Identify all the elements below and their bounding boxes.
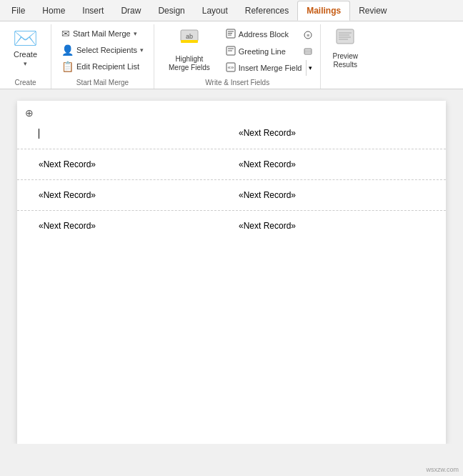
ribbon: File Home Insert Draw Design Layout Refe… bbox=[0, 0, 463, 89]
group-preview-results: PreviewResults bbox=[321, 24, 369, 89]
preview-results-button[interactable]: PreviewResults bbox=[327, 24, 364, 71]
merge-field-2-right: «Next Record» bbox=[239, 159, 296, 170]
merge-field-4-left: «Next Record» bbox=[39, 220, 96, 232]
select-recipients-icon: 👤 bbox=[61, 44, 74, 56]
merge-field-2-left: «Next Record» bbox=[39, 159, 96, 170]
select-recipients-label: Select Recipients bbox=[76, 46, 137, 54]
insert-merge-field-wrapper: «» Insert Merge Field ▾ bbox=[221, 60, 315, 76]
start-mail-merge-chevron-icon: ▾ bbox=[134, 30, 137, 37]
group-write-insert-fields-label: Write & Insert Fields bbox=[154, 79, 320, 86]
svg-text:≡: ≡ bbox=[307, 33, 309, 38]
greeting-line-icon bbox=[226, 46, 236, 58]
section-3-right: «Next Record» bbox=[231, 190, 424, 200]
address-block-icon bbox=[226, 29, 236, 41]
create-chevron-icon: ▾ bbox=[24, 60, 27, 67]
svg-rect-17 bbox=[337, 29, 354, 44]
tab-file[interactable]: File bbox=[3, 1, 34, 21]
doc-section-3: «Next Record» «Next Record» bbox=[17, 179, 446, 210]
tab-layout[interactable]: Layout bbox=[194, 1, 237, 21]
merge-field-3-right: «Next Record» bbox=[239, 189, 296, 201]
insert-merge-field-dropdown[interactable]: ▾ bbox=[306, 60, 314, 76]
greeting-line-label: Greeting Line bbox=[239, 47, 286, 56]
extra-icon-2-button[interactable] bbox=[302, 44, 314, 59]
doc-section-1: «Next Record» bbox=[17, 115, 446, 149]
highlight-label: HighlightMerge Fields bbox=[169, 55, 210, 72]
select-recipients-chevron-icon: ▾ bbox=[140, 46, 144, 54]
text-cursor bbox=[39, 129, 39, 139]
doc-section-4: «Next Record» «Next Record» bbox=[17, 210, 446, 241]
section-4-left: «Next Record» bbox=[39, 221, 231, 231]
select-recipients-button[interactable]: 👤 Select Recipients ▾ bbox=[57, 42, 148, 58]
start-mail-merge-button[interactable]: ✉ Start Mail Merge ▾ bbox=[57, 26, 148, 41]
create-label: Create bbox=[14, 50, 37, 59]
edit-recipient-list-label: Edit Recipient List bbox=[76, 62, 139, 71]
field-shading-icon bbox=[304, 47, 312, 56]
start-mail-merge-icon: ✉ bbox=[61, 28, 70, 39]
tab-home[interactable]: Home bbox=[34, 1, 74, 21]
section-2-right: «Next Record» bbox=[231, 159, 424, 169]
edit-recipient-list-button[interactable]: 📋 Edit Recipient List bbox=[57, 59, 148, 74]
insert-merge-field-icon: «» bbox=[226, 62, 236, 74]
greeting-line-button[interactable]: Greeting Line bbox=[221, 44, 301, 59]
svg-text:ab: ab bbox=[186, 33, 193, 40]
svg-text:«»: «» bbox=[227, 64, 234, 71]
address-block-label: Address Block bbox=[239, 30, 289, 39]
start-mail-merge-column: ✉ Start Mail Merge ▾ 👤 Select Recipients… bbox=[57, 24, 148, 74]
create-envelope-icon: ✉️ bbox=[13, 29, 38, 49]
group-start-mail-merge-label: Start Mail Merge bbox=[51, 79, 154, 86]
write-insert-fields-column: Address Block ≡ bbox=[221, 24, 315, 76]
document-area: ⊕ «Next Record» «Next Record» «Next Reco… bbox=[0, 89, 463, 444]
tab-review[interactable]: Review bbox=[350, 1, 395, 21]
page-content: «Next Record» «Next Record» «Next Record… bbox=[17, 101, 446, 444]
tab-references[interactable]: References bbox=[237, 1, 297, 21]
section-4-right: «Next Record» bbox=[231, 221, 424, 231]
section-2-left: «Next Record» bbox=[39, 159, 231, 169]
merge-field-1: «Next Record» bbox=[239, 127, 296, 139]
tab-bar: File Home Insert Draw Design Layout Refe… bbox=[0, 0, 463, 21]
insert-merge-field-button[interactable]: «» Insert Merge Field bbox=[221, 60, 307, 76]
section-3-left: «Next Record» bbox=[39, 190, 231, 200]
highlight-svg-icon: ab bbox=[178, 24, 201, 47]
merge-field-4-right: «Next Record» bbox=[239, 220, 296, 232]
group-create-label: Create bbox=[0, 79, 51, 86]
group-create: ✉️ Create ▾ Create bbox=[0, 24, 51, 89]
highlight-merge-fields-button[interactable]: ab HighlightMerge Fields bbox=[160, 24, 219, 71]
ribbon-content: ✉️ Create ▾ Create ✉ Start Mail Merge ▾ … bbox=[0, 21, 463, 89]
tab-mailings[interactable]: Mailings bbox=[297, 1, 350, 21]
watermark: wsxzw.com bbox=[426, 466, 459, 473]
move-handle[interactable]: ⊕ bbox=[23, 106, 36, 119]
merge-field-3-left: «Next Record» bbox=[39, 189, 96, 201]
doc-section-2: «Next Record» «Next Record» bbox=[17, 149, 446, 179]
highlight-icon: ab bbox=[178, 24, 201, 52]
tab-design[interactable]: Design bbox=[149, 1, 193, 21]
address-block-button[interactable]: Address Block bbox=[221, 26, 301, 42]
svg-rect-2 bbox=[181, 40, 198, 43]
section-1-left bbox=[39, 128, 231, 139]
tab-insert[interactable]: Insert bbox=[74, 1, 112, 21]
create-button[interactable]: ✉️ Create ▾ bbox=[6, 24, 45, 71]
start-mail-merge-label: Start Mail Merge bbox=[73, 29, 131, 38]
extra-icon-1-button[interactable]: ≡ bbox=[302, 27, 314, 43]
tab-draw[interactable]: Draw bbox=[112, 1, 149, 21]
edit-recipient-list-icon: 📋 bbox=[61, 61, 74, 72]
rules-icon: ≡ bbox=[304, 31, 312, 39]
group-start-mail-merge: ✉ Start Mail Merge ▾ 👤 Select Recipients… bbox=[51, 24, 154, 89]
group-write-insert-fields: ab HighlightMerge Fields bbox=[154, 24, 321, 89]
preview-results-label: PreviewResults bbox=[332, 52, 358, 69]
insert-merge-field-label: Insert Merge Field bbox=[239, 64, 302, 72]
svg-rect-12 bbox=[304, 49, 312, 54]
document-page: ⊕ «Next Record» «Next Record» «Next Reco… bbox=[17, 101, 446, 444]
section-1-right: «Next Record» bbox=[231, 128, 424, 139]
preview-results-icon bbox=[335, 26, 355, 51]
